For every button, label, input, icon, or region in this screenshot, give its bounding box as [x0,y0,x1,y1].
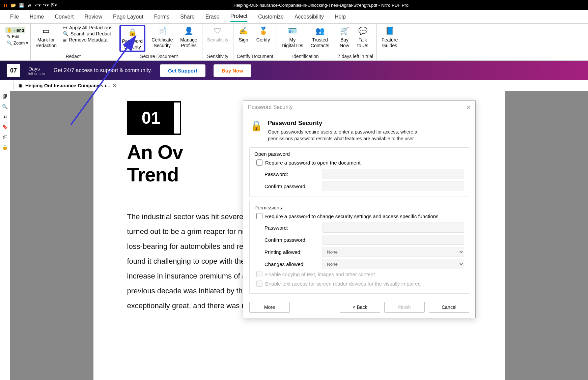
more-button[interactable]: More [249,302,290,313]
open-password-label: Open password [254,151,464,157]
menu-accessibility[interactable]: Accessibility [295,12,324,22]
dialog-footer: More < Back Finish Cancel [243,298,475,318]
redo-icon[interactable]: ↷▾ [43,2,49,8]
open-password-section: Open password Require a password to open… [249,147,469,197]
sensitivity-button: 🛡 Sensitivity [206,25,230,43]
menu-protect[interactable]: Protect [230,11,248,22]
dialog-description: Open passwords require users to enter a … [268,129,443,142]
get-support-button[interactable]: Get Support [160,64,205,77]
require-open-password-checkbox[interactable] [256,159,262,166]
certify-icon: 🏅 [258,26,269,36]
id-icon: 🪪 [287,26,298,36]
menu-review[interactable]: Review [85,12,102,22]
tool-edit[interactable]: ✎ Edit [5,33,25,40]
undo-icon[interactable]: ↶▾ [35,2,40,8]
group-label: Identification [280,52,331,60]
trusted-contacts-button[interactable]: 👥 Trusted Contacts [309,25,331,49]
group-label: Certify Document [237,52,273,60]
permissions-label: Permissions [254,205,464,210]
sensitivity-icon: 🛡 [212,26,223,36]
file-icon: 🗎 [18,83,23,88]
perm-password-label: Password: [264,225,318,231]
profiles-icon: 👤 [183,26,194,36]
days-badge: 07 [7,64,20,77]
talk-to-us-button[interactable]: 💬 Talk to Us [356,25,370,49]
tab-label: Helping-Out-Insurance-Companies-i... [25,83,110,88]
dialog-close-icon[interactable]: ✕ [466,104,471,111]
tool-hand[interactable]: ✋ Hand [5,27,25,33]
password-label: Password: [264,171,318,177]
export-icon[interactable]: ⇱▾ [51,2,57,8]
back-button[interactable]: < Back [340,302,380,313]
changes-allowed-select[interactable]: None [323,259,464,269]
document-tab[interactable]: 🗎 Helping-Out-Insurance-Companies-i... ✕ [13,81,121,90]
perm-password-input[interactable] [323,223,464,233]
dialog-title: Password Security [248,104,293,111]
menu-help[interactable]: Help [335,12,346,22]
require-permissions-password-checkbox[interactable] [256,213,262,219]
menu-bar: File Home Convert Review Page Layout For… [0,10,588,24]
sign-button[interactable]: ✍ Sign [237,25,250,43]
open-password-input[interactable] [323,169,464,179]
menu-customize[interactable]: Customize [258,12,284,22]
perm-confirm-label: Confirm password: [264,237,318,243]
printing-allowed-select[interactable]: None [323,247,464,257]
document-tabs: 🗎 Helping-Out-Insurance-Companies-i... ✕ [0,80,588,91]
group-label: Sensitivity [206,52,230,60]
contacts-icon: 👥 [314,26,325,36]
trial-banner: 07 Days left on trial Get 24/7 access to… [0,61,588,80]
password-security-dialog: Password Security ✕ 🔒 Password Security … [243,100,476,318]
chat-icon: 💬 [357,26,368,36]
dialog-heading: Password Security [268,120,443,127]
group-label: 7 days left in trial [338,52,373,60]
manage-profiles-button[interactable]: 👤 Manage Profiles [179,25,199,49]
sign-icon: ✍ [238,26,249,36]
certificate-security-button[interactable]: 📄 Certificate Security [150,25,174,49]
confirm-password-label: Confirm password: [264,183,318,189]
remove-metadata-button[interactable]: ≣ Remove Metadata [63,37,112,42]
require-open-password-label: Require a password to open the document [265,160,361,166]
tool-zoom[interactable]: 🔍 Zoom ▾ [5,40,25,46]
buy-now-banner-button[interactable]: Buy Now [214,64,251,77]
menu-page-layout[interactable]: Page Layout [113,12,143,22]
group-sensitivity: 🛡 Sensitivity Sensitivity [202,24,233,60]
enable-copy-label: Enable copying of text, images and other… [265,271,375,277]
menu-forms[interactable]: Forms [154,12,169,22]
feature-guides-button[interactable]: 📘 Feature Guides [380,25,399,49]
print-icon[interactable]: 🖨 [27,2,32,8]
security-panel-icon[interactable]: 🔒 [2,144,8,150]
password-security-button[interactable]: 🔒 Password Security [119,25,145,52]
open-icon[interactable]: 📂 [11,2,16,8]
changes-allowed-label: Changes allowed: [264,261,318,267]
group-redact: ▭ Mark for Redaction ▭ Apply All Redacti… [31,24,116,60]
pages-panel-icon[interactable]: 🗐 [3,94,7,99]
menu-share[interactable]: Share [180,12,195,22]
buy-now-button[interactable]: 🛒 Buy Now [338,25,351,49]
close-tab-icon[interactable]: ✕ [113,83,117,88]
perm-confirm-password-input[interactable] [323,235,464,245]
certify-button[interactable]: 🏅 Certify [255,25,271,43]
tags-panel-icon[interactable]: 🏷 [3,134,7,140]
search-redact-button[interactable]: 🔍 Search and Redact [63,31,112,36]
window-title: Helping-Out-Insurance-Companies-in-Unloc… [57,3,585,8]
group-feature-guides: 📘 Feature Guides [377,24,402,60]
open-confirm-password-input[interactable] [323,181,464,191]
trial-message: Get 24/7 access to support & community. [54,67,152,74]
apply-redactions-button[interactable]: ▭ Apply All Redactions [63,25,112,30]
menu-convert[interactable]: Convert [55,12,74,22]
save-icon[interactable]: 💾 [19,2,24,8]
layers-panel-icon[interactable]: ≋ [3,114,7,119]
enable-text-access-label: Enable text access for screen reader dev… [265,281,421,287]
finish-button: Finish [384,302,425,313]
enable-copy-checkbox [256,271,262,277]
mark-for-redaction-button[interactable]: ▭ Mark for Redaction [34,25,58,49]
certificate-icon: 📄 [157,26,168,36]
bookmarks-panel-icon[interactable]: 🔖 [2,124,8,129]
menu-file[interactable]: File [10,12,19,22]
cancel-button[interactable]: Cancel [429,302,469,313]
menu-home[interactable]: Home [30,12,44,22]
search-panel-icon[interactable]: 🔍 [2,104,8,109]
menu-erase[interactable]: Erase [205,12,220,22]
digital-ids-button[interactable]: 🪪 My Digital IDs [280,25,305,49]
enable-text-access-checkbox [256,281,262,287]
